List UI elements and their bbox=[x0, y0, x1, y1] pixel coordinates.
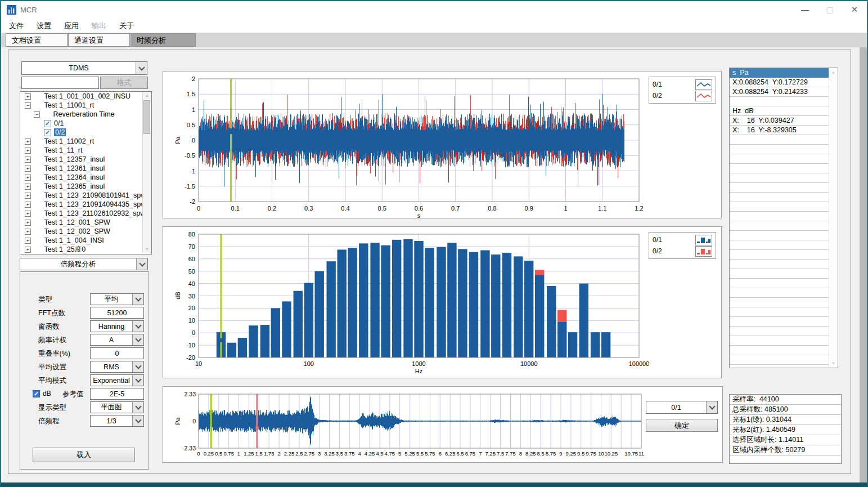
param-combo-显示类型[interactable]: 平面图 bbox=[90, 401, 144, 413]
readout-row[interactable] bbox=[730, 260, 830, 269]
time-overview-plot[interactable]: 2.330-2.3300.250.50.7511.251.51.7522.252… bbox=[163, 387, 722, 462]
chevron-down-icon[interactable] bbox=[132, 361, 143, 372]
chevron-down-icon[interactable] bbox=[132, 334, 143, 345]
tab-文档设置[interactable]: 文档设置 bbox=[6, 33, 68, 47]
chevron-down-icon[interactable] bbox=[132, 415, 143, 426]
format-button[interactable]: 格式 bbox=[100, 77, 148, 89]
file-format-combo[interactable]: TDMS bbox=[21, 61, 147, 75]
menu-item-文件[interactable]: 文件 bbox=[4, 18, 29, 34]
readout-scrollbar[interactable]: ▲▼ bbox=[829, 68, 838, 368]
scroll-down-icon[interactable]: ▼ bbox=[829, 361, 838, 366]
expand-icon[interactable]: + bbox=[25, 238, 31, 244]
db-checkbox[interactable]: ✓ bbox=[33, 390, 40, 397]
readout-row[interactable] bbox=[730, 173, 830, 183]
tree-item[interactable]: − Reverberation Time bbox=[20, 110, 151, 119]
minimize-button[interactable]: — bbox=[793, 1, 817, 18]
readout-row[interactable] bbox=[730, 97, 830, 106]
reference-value-input[interactable]: 2E-5 bbox=[90, 388, 144, 400]
readout-row[interactable] bbox=[730, 336, 830, 346]
readout-row[interactable] bbox=[730, 183, 830, 193]
expand-icon[interactable]: + bbox=[25, 247, 31, 253]
menu-item-设置[interactable]: 设置 bbox=[32, 18, 56, 34]
param-combo-类型[interactable]: 平均 bbox=[90, 293, 144, 305]
readout-row[interactable] bbox=[730, 202, 830, 212]
readout-row[interactable] bbox=[730, 298, 830, 307]
tree-item[interactable]: + Test 1_123_210908101941_spw bbox=[20, 191, 151, 200]
chevron-down-icon[interactable] bbox=[132, 375, 143, 386]
readout-row[interactable] bbox=[730, 240, 830, 250]
readout-row[interactable]: s Pa bbox=[730, 68, 830, 78]
legend-item-0/2[interactable]: 0/2 bbox=[653, 245, 712, 257]
confirm-button[interactable]: 确定 bbox=[646, 419, 718, 432]
legend-item-0/1[interactable]: 0/1 bbox=[653, 79, 712, 90]
tree-scrollbar[interactable]: ▲▼ bbox=[142, 92, 151, 253]
chevron-down-icon[interactable] bbox=[132, 402, 143, 413]
tree-item[interactable]: ✓0/1 bbox=[20, 119, 151, 128]
tree-item[interactable]: + Test 1_12357_insul bbox=[20, 155, 151, 164]
readout-row[interactable] bbox=[730, 327, 830, 336]
readout-row[interactable] bbox=[730, 279, 830, 288]
readout-row[interactable]: X: 16 Y:-8.329305 bbox=[730, 126, 830, 135]
expand-icon[interactable]: + bbox=[25, 184, 31, 190]
tree-item[interactable]: + Test 1_11_rt bbox=[20, 146, 151, 155]
readout-row[interactable]: X: 16 Y:0.039427 bbox=[730, 116, 830, 126]
legend-item-0/2[interactable]: 0/2 bbox=[653, 90, 712, 101]
readout-row[interactable]: X:0.088254 Y:0.172729 bbox=[730, 78, 830, 87]
collapse-icon[interactable]: − bbox=[25, 102, 31, 109]
readout-row[interactable] bbox=[730, 346, 830, 355]
tree-item[interactable]: + Test 1_123_210914094435_spw bbox=[20, 200, 151, 209]
chevron-down-icon[interactable] bbox=[706, 401, 717, 413]
readout-row[interactable] bbox=[730, 164, 830, 173]
tree-item[interactable]: + Test 1_1_004_INSI bbox=[20, 236, 151, 245]
menu-item-应用[interactable]: 应用 bbox=[59, 18, 84, 34]
tree-item[interactable]: + Test 1_12361_insul bbox=[20, 164, 151, 173]
param-combo-平均模式[interactable]: Exponential bbox=[90, 374, 144, 386]
analysis-type-combo[interactable]: 倍频程分析 bbox=[20, 258, 148, 270]
checkbox-checked-icon[interactable]: ✓ bbox=[44, 120, 51, 127]
scroll-down-icon[interactable]: ▼ bbox=[143, 247, 151, 252]
expand-icon[interactable]: + bbox=[25, 202, 31, 208]
tree-item[interactable]: + Test 1_11002_rt bbox=[20, 137, 151, 146]
tree-item[interactable]: + Test 1_12_002_SPW bbox=[20, 227, 151, 236]
scroll-up-icon[interactable]: ▲ bbox=[829, 70, 838, 75]
readout-row[interactable] bbox=[730, 355, 830, 365]
param-combo-倍频程[interactable]: 1/3 bbox=[90, 415, 144, 427]
tree-item[interactable]: + Test 1_25度0 bbox=[20, 245, 151, 254]
readout-row[interactable]: X:0.088254 Y:0.214233 bbox=[730, 87, 830, 97]
readout-row[interactable] bbox=[730, 193, 830, 202]
scroll-up-icon[interactable]: ▲ bbox=[143, 93, 151, 98]
time-zoom-plot[interactable]: 21.510.50-0.5-1-1.5-200.10.20.30.40.50.6… bbox=[163, 72, 721, 218]
readout-row[interactable] bbox=[730, 317, 830, 327]
readout-row[interactable] bbox=[730, 231, 830, 240]
param-combo-平均设置[interactable]: RMS bbox=[90, 361, 144, 373]
checkbox-checked-icon[interactable]: ✓ bbox=[44, 129, 51, 136]
tree-item[interactable]: + Test 1_12365_insul bbox=[20, 182, 151, 191]
expand-icon[interactable]: + bbox=[25, 157, 31, 163]
expand-icon[interactable]: + bbox=[25, 211, 31, 217]
maximize-button[interactable]: ▢ bbox=[817, 1, 842, 18]
chevron-down-icon[interactable] bbox=[136, 258, 147, 270]
param-input-重叠率(%)[interactable]: 0 bbox=[90, 347, 144, 359]
legend-item-0/1[interactable]: 0/1 bbox=[653, 234, 712, 245]
readout-row[interactable] bbox=[730, 250, 830, 260]
tree-item[interactable]: + Test 1_123_211026102932_spw bbox=[20, 209, 151, 218]
tree-item[interactable]: − Test 1_11001_rt bbox=[20, 101, 151, 110]
readout-row[interactable] bbox=[730, 154, 830, 164]
octave-spectrum-plot[interactable]: 80706050403020100-10-2010100100010000100… bbox=[163, 227, 721, 378]
chevron-down-icon[interactable] bbox=[136, 62, 147, 74]
expand-icon[interactable]: + bbox=[25, 166, 31, 172]
tree-item[interactable]: + Test 1_12_001_SPW bbox=[20, 218, 151, 227]
tab-时频分析[interactable]: 时频分析 bbox=[131, 33, 196, 47]
tree-item[interactable]: + Test 1_12364_insul bbox=[20, 173, 151, 182]
readout-row[interactable] bbox=[730, 288, 830, 298]
chevron-down-icon[interactable] bbox=[132, 321, 143, 332]
param-combo-频率计权[interactable]: A bbox=[90, 334, 144, 346]
readout-row[interactable] bbox=[730, 145, 830, 154]
expand-icon[interactable]: + bbox=[25, 220, 31, 226]
readout-row[interactable] bbox=[730, 269, 830, 279]
tab-通道设置[interactable]: 通道设置 bbox=[68, 33, 130, 47]
menu-item-关于[interactable]: 关于 bbox=[114, 18, 139, 34]
collapse-icon[interactable]: − bbox=[34, 111, 40, 118]
close-button[interactable]: ✕ bbox=[842, 1, 867, 18]
scrollbar-thumb[interactable] bbox=[143, 100, 150, 134]
